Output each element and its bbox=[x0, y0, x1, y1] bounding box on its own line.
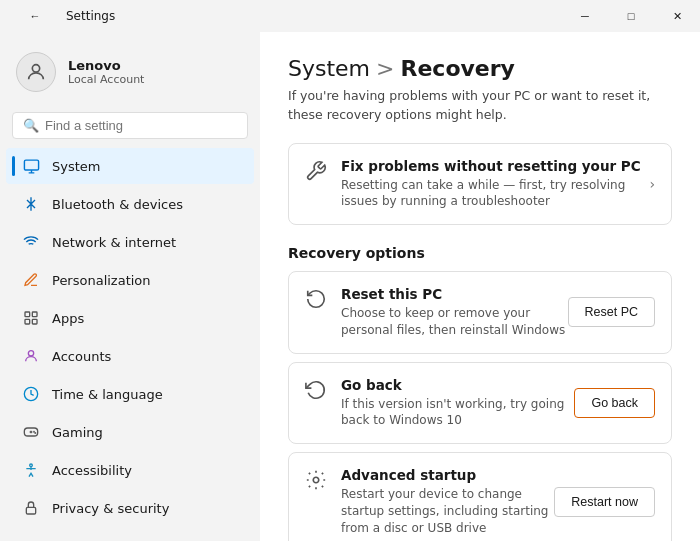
fix-card-sub: Resetting can take a while — first, try … bbox=[341, 177, 649, 211]
nav-item-personalization[interactable]: Personalization bbox=[6, 262, 254, 298]
fix-problems-card[interactable]: Fix problems without resetting your PC R… bbox=[288, 143, 672, 226]
nav-item-time[interactable]: Time & language bbox=[6, 376, 254, 412]
maximize-button[interactable]: □ bbox=[608, 0, 654, 32]
nav-label-system: System bbox=[52, 159, 100, 174]
nav-item-privacy[interactable]: Privacy & security bbox=[6, 490, 254, 526]
nav-label-time: Time & language bbox=[52, 387, 163, 402]
titlebar: ← Settings ─ □ ✕ bbox=[0, 0, 700, 32]
nav-item-network[interactable]: Network & internet bbox=[6, 224, 254, 260]
go-back-sub: If this version isn't working, try going… bbox=[341, 396, 574, 430]
fix-card-chevron: › bbox=[649, 176, 655, 192]
advanced-startup-text: Advanced startup Restart your device to … bbox=[341, 467, 554, 536]
reset-pc-left: Reset this PC Choose to keep or remove y… bbox=[305, 286, 568, 339]
go-back-card: Go back If this version isn't working, t… bbox=[288, 362, 672, 445]
avatar bbox=[16, 52, 56, 92]
reset-pc-button[interactable]: Reset PC bbox=[568, 297, 656, 327]
svg-rect-3 bbox=[32, 312, 37, 317]
nav-label-personalization: Personalization bbox=[52, 273, 151, 288]
fix-card-left: Fix problems without resetting your PC R… bbox=[305, 158, 649, 211]
advanced-startup-sub: Restart your device to change startup se… bbox=[341, 486, 554, 536]
svg-rect-1 bbox=[24, 160, 38, 170]
sidebar: Lenovo Local Account 🔍 System bbox=[0, 32, 260, 541]
reset-pc-text: Reset this PC Choose to keep or remove y… bbox=[341, 286, 568, 339]
svg-rect-5 bbox=[32, 319, 37, 324]
recovery-section-title: Recovery options bbox=[288, 245, 672, 261]
go-back-button[interactable]: Go back bbox=[574, 388, 655, 418]
go-back-text: Go back If this version isn't working, t… bbox=[341, 377, 574, 430]
svg-rect-12 bbox=[26, 507, 35, 514]
back-button[interactable]: ← bbox=[12, 0, 58, 32]
page-description: If you're having problems with your PC o… bbox=[288, 87, 672, 125]
titlebar-left: ← Settings bbox=[12, 0, 115, 32]
svg-point-0 bbox=[32, 65, 39, 72]
reset-pc-icon bbox=[305, 288, 327, 315]
fix-card-title: Fix problems without resetting your PC bbox=[341, 158, 649, 174]
svg-point-9 bbox=[34, 431, 35, 432]
advanced-startup-card: Advanced startup Restart your device to … bbox=[288, 452, 672, 541]
gaming-icon bbox=[22, 423, 40, 441]
svg-rect-4 bbox=[25, 319, 30, 324]
accessibility-icon bbox=[22, 461, 40, 479]
search-icon: 🔍 bbox=[23, 118, 39, 133]
svg-point-6 bbox=[28, 351, 33, 356]
personalization-icon bbox=[22, 271, 40, 289]
profile-section[interactable]: Lenovo Local Account bbox=[0, 40, 260, 108]
close-button[interactable]: ✕ bbox=[654, 0, 700, 32]
breadcrumb-parent: System bbox=[288, 56, 370, 81]
nav-label-network: Network & internet bbox=[52, 235, 176, 250]
svg-point-11 bbox=[30, 464, 33, 467]
nav-item-apps[interactable]: Apps bbox=[6, 300, 254, 336]
go-back-title: Go back bbox=[341, 377, 574, 393]
go-back-left: Go back If this version isn't working, t… bbox=[305, 377, 574, 430]
profile-sub: Local Account bbox=[68, 73, 144, 86]
breadcrumb-current: Recovery bbox=[400, 56, 514, 81]
advanced-startup-left: Advanced startup Restart your device to … bbox=[305, 467, 554, 536]
search-input[interactable] bbox=[45, 118, 237, 133]
apps-icon bbox=[22, 309, 40, 327]
breadcrumb: System > Recovery bbox=[288, 56, 672, 81]
svg-rect-2 bbox=[25, 312, 30, 317]
search-box[interactable]: 🔍 bbox=[12, 112, 248, 139]
svg-point-10 bbox=[35, 433, 36, 434]
svg-point-13 bbox=[313, 478, 319, 484]
profile-info: Lenovo Local Account bbox=[68, 58, 144, 86]
advanced-startup-title: Advanced startup bbox=[341, 467, 554, 483]
advanced-startup-icon bbox=[305, 469, 327, 496]
minimize-button[interactable]: ─ bbox=[562, 0, 608, 32]
nav-item-system[interactable]: System bbox=[6, 148, 254, 184]
go-back-icon bbox=[305, 379, 327, 406]
privacy-icon bbox=[22, 499, 40, 517]
fix-card-text: Fix problems without resetting your PC R… bbox=[341, 158, 649, 211]
window-controls: ─ □ ✕ bbox=[562, 0, 700, 32]
titlebar-title: Settings bbox=[66, 9, 115, 23]
nav-label-gaming: Gaming bbox=[52, 425, 103, 440]
content-area: System > Recovery If you're having probl… bbox=[260, 32, 700, 541]
time-icon bbox=[22, 385, 40, 403]
nav-label-privacy: Privacy & security bbox=[52, 501, 169, 516]
reset-pc-sub: Choose to keep or remove your personal f… bbox=[341, 305, 568, 339]
profile-name: Lenovo bbox=[68, 58, 144, 73]
nav-item-gaming[interactable]: Gaming bbox=[6, 414, 254, 450]
nav-item-accessibility[interactable]: Accessibility bbox=[6, 452, 254, 488]
breadcrumb-sep: > bbox=[376, 56, 394, 81]
reset-pc-card: Reset this PC Choose to keep or remove y… bbox=[288, 271, 672, 354]
nav-item-bluetooth[interactable]: Bluetooth & devices bbox=[6, 186, 254, 222]
nav-label-accessibility: Accessibility bbox=[52, 463, 132, 478]
nav-label-apps: Apps bbox=[52, 311, 84, 326]
nav-label-accounts: Accounts bbox=[52, 349, 111, 364]
system-icon bbox=[22, 157, 40, 175]
fix-card-icon bbox=[305, 160, 327, 187]
nav-label-bluetooth: Bluetooth & devices bbox=[52, 197, 183, 212]
app-body: Lenovo Local Account 🔍 System bbox=[0, 32, 700, 541]
reset-pc-title: Reset this PC bbox=[341, 286, 568, 302]
restart-now-button[interactable]: Restart now bbox=[554, 487, 655, 517]
bluetooth-icon bbox=[22, 195, 40, 213]
nav-item-accounts[interactable]: Accounts bbox=[6, 338, 254, 374]
network-icon bbox=[22, 233, 40, 251]
accounts-icon bbox=[22, 347, 40, 365]
